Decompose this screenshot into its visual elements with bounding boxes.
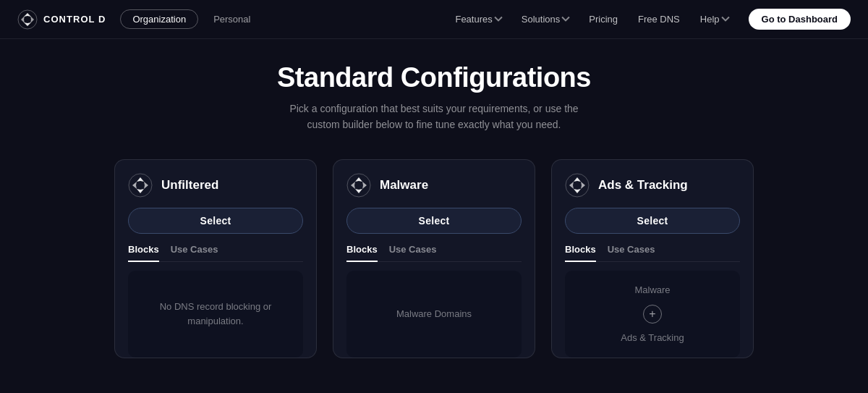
nav-solutions[interactable]: Solutions xyxy=(522,14,569,25)
main-nav: CONTROL D Organization Personal Features… xyxy=(0,0,868,39)
card-header-malware: Malware xyxy=(346,173,522,198)
card-logo-icon-unfiltered xyxy=(128,173,153,198)
nav-features[interactable]: Features xyxy=(455,14,501,25)
card-tab-usecases-malware[interactable]: Use Cases xyxy=(389,244,437,262)
cards-container: Unfiltered Select Blocks Use Cases No DN… xyxy=(0,148,868,358)
card-tab-usecases-unfiltered[interactable]: Use Cases xyxy=(171,244,218,262)
card-tabs-unfiltered: Blocks Use Cases xyxy=(128,244,303,262)
card-body-text-bottom: Ads & Tracking xyxy=(621,331,684,345)
card-logo-icon-ads-tracking xyxy=(565,173,590,198)
chevron-down-icon xyxy=(494,13,502,21)
svg-point-1 xyxy=(129,174,152,197)
page-title: Standard Configurations xyxy=(14,62,854,93)
card-title-unfiltered: Unfiltered xyxy=(161,178,218,193)
hero-section: Standard Configurations Pick a configura… xyxy=(0,39,868,148)
card-malware: Malware Select Blocks Use Cases Malware … xyxy=(333,159,535,358)
brand-logo-icon xyxy=(17,9,38,30)
logo[interactable]: CONTROL D xyxy=(17,9,106,30)
svg-point-2 xyxy=(347,174,370,197)
card-body-text-unfiltered: No DNS record blocking or manipulation. xyxy=(140,300,292,328)
nav-free-dns[interactable]: Free DNS xyxy=(638,14,680,25)
hero-subtitle: Pick a configuration that best suits you… xyxy=(282,101,586,133)
brand-name: CONTROL D xyxy=(43,14,106,25)
select-button-ads-tracking[interactable]: Select xyxy=(565,208,740,234)
plus-icon: + xyxy=(643,305,662,324)
nav-help[interactable]: Help xyxy=(700,14,728,25)
card-tab-blocks-unfiltered[interactable]: Blocks xyxy=(128,244,159,262)
card-tab-usecases-ads-tracking[interactable]: Use Cases xyxy=(608,244,655,262)
select-button-unfiltered[interactable]: Select xyxy=(128,208,303,234)
card-unfiltered: Unfiltered Select Blocks Use Cases No DN… xyxy=(114,159,317,358)
dashboard-button[interactable]: Go to Dashboard xyxy=(749,9,851,30)
card-tab-blocks-malware[interactable]: Blocks xyxy=(346,244,378,262)
card-ads-tracking: Ads & Tracking Select Blocks Use Cases M… xyxy=(551,159,754,358)
chevron-down-icon xyxy=(721,13,729,21)
tab-personal[interactable]: Personal xyxy=(201,9,263,29)
chevron-down-icon xyxy=(562,13,570,21)
card-body-text-malware: Malware Domains xyxy=(396,307,472,321)
card-tabs-ads-tracking: Blocks Use Cases xyxy=(565,244,740,262)
nav-tabs: Organization Personal xyxy=(120,9,263,29)
card-body-malware: Malware Domains xyxy=(346,271,522,358)
card-tab-blocks-ads-tracking[interactable]: Blocks xyxy=(565,244,596,262)
nav-pricing[interactable]: Pricing xyxy=(589,14,618,25)
card-logo-icon-malware xyxy=(346,173,371,198)
tab-organization[interactable]: Organization xyxy=(120,9,198,29)
card-header-ads-tracking: Ads & Tracking xyxy=(565,173,740,198)
card-body-text-top: Malware xyxy=(634,283,670,297)
svg-point-0 xyxy=(18,10,37,29)
select-button-malware[interactable]: Select xyxy=(346,208,522,234)
card-body-unfiltered: No DNS record blocking or manipulation. xyxy=(128,271,303,358)
card-tabs-malware: Blocks Use Cases xyxy=(346,244,522,262)
card-title-malware: Malware xyxy=(380,178,428,193)
card-title-ads-tracking: Ads & Tracking xyxy=(598,178,688,193)
card-header-unfiltered: Unfiltered xyxy=(128,173,303,198)
nav-links: Features Solutions Pricing Free DNS Help xyxy=(455,14,728,25)
card-body-ads-tracking: Malware + Ads & Tracking xyxy=(565,271,740,358)
svg-point-3 xyxy=(566,174,589,197)
